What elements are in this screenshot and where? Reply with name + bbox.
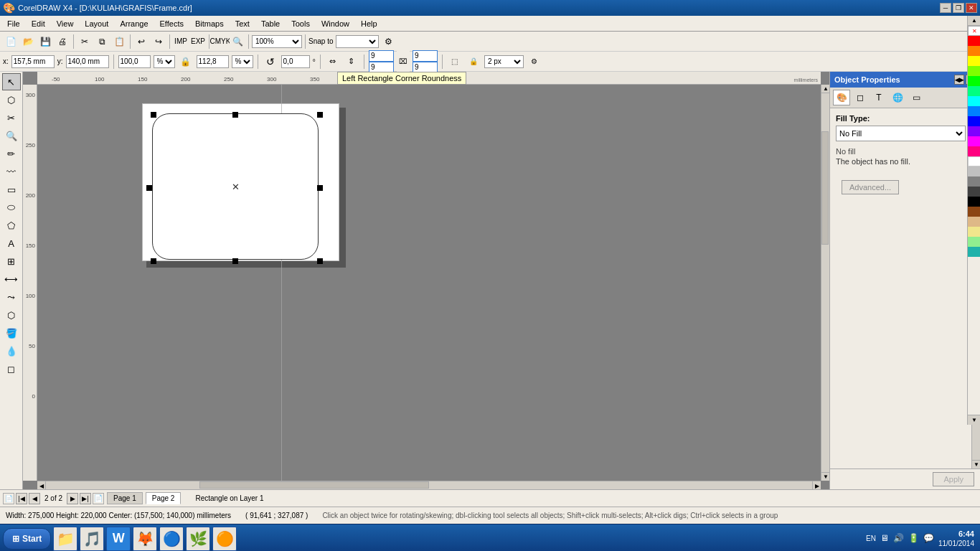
menu-help[interactable]: Help (355, 18, 383, 29)
last-page-button[interactable]: ▶| (80, 493, 91, 504)
selection-handle-tr[interactable] (317, 112, 323, 118)
scroll-down-button[interactable]: ▼ (821, 472, 829, 481)
swatch-pink[interactable] (968, 146, 980, 156)
restore-button[interactable]: ❐ (953, 3, 964, 13)
notification-icon[interactable]: 💬 (923, 533, 934, 543)
outline-lock-button[interactable]: 🔒 (466, 54, 481, 70)
fill-tool[interactable]: 🪣 (2, 324, 21, 342)
add-page-button[interactable]: 📄 (93, 493, 104, 504)
cut-button[interactable]: ✂ (77, 34, 93, 50)
fill-tab-icon[interactable]: 🎨 (833, 90, 850, 105)
ellipse-tool[interactable]: ⬭ (2, 199, 21, 216)
scroll-right-button[interactable]: ▶ (812, 481, 821, 489)
canvas-area[interactable]: -50 100 150 200 250 300 350 400 450 mill… (23, 72, 829, 489)
page2-tab[interactable]: Page 2 (146, 492, 182, 504)
swatch-magenta[interactable] (968, 136, 980, 146)
zoom-mode-button[interactable]: 🔍 (230, 34, 245, 50)
mirror-v-button[interactable]: ⇕ (344, 54, 359, 70)
text-tool[interactable]: A (2, 235, 21, 252)
taskbar-app-word[interactable]: W (106, 527, 131, 551)
taskbar-app-orange[interactable]: 🟠 (212, 527, 237, 551)
swatch-gray[interactable] (968, 176, 980, 187)
menu-effects[interactable]: Effects (154, 18, 189, 29)
advanced-button[interactable]: Advanced... (842, 180, 899, 194)
palette-scroll-up[interactable]: ▲ (968, 16, 980, 26)
selection-handle-bm[interactable] (232, 258, 238, 264)
canvas-content[interactable]: ✕ (37, 85, 821, 481)
menu-file[interactable]: File (1, 18, 26, 29)
swatch-purple[interactable] (968, 126, 980, 136)
swatch-brown[interactable] (968, 207, 980, 217)
swatch-light-gray[interactable] (968, 166, 980, 176)
scroll-left-button[interactable]: ◀ (37, 481, 46, 489)
taskbar-app-firefox[interactable]: 🦊 (133, 527, 157, 551)
outline-tool[interactable]: ◻ (2, 360, 21, 377)
volume-icon[interactable]: 🔊 (893, 533, 904, 543)
dimension-tool[interactable]: ⟷ (2, 270, 21, 288)
swatch-green[interactable] (968, 76, 980, 86)
vertical-scrollbar[interactable]: ▲ ▼ (821, 85, 829, 481)
new-button[interactable]: 📄 (3, 34, 19, 50)
snap-options-button[interactable]: ⚙ (380, 34, 396, 50)
character-tab-icon[interactable]: T (870, 90, 887, 105)
selection-handle-br[interactable] (317, 258, 323, 264)
rect-object[interactable]: ✕ (152, 113, 319, 260)
width-input[interactable] (118, 55, 151, 68)
import-button[interactable]: IMP (173, 34, 189, 50)
title-bar-controls[interactable]: ─ ❐ ✕ (940, 3, 977, 13)
taskbar-app-media[interactable]: 🎵 (80, 527, 104, 551)
menu-view[interactable]: View (51, 18, 80, 29)
rectangle-tool[interactable]: ▭ (2, 181, 21, 198)
paste-button[interactable]: 📋 (111, 34, 127, 50)
swatch-blue[interactable] (968, 116, 980, 126)
lock-aspect-button[interactable]: 🔒 (178, 54, 194, 70)
swatch-tan[interactable] (968, 217, 980, 227)
swatch-cyan-green[interactable] (968, 86, 980, 96)
polygon-tool[interactable]: ⬠ (2, 217, 21, 234)
x-coord-input[interactable] (11, 55, 55, 68)
menu-arrange[interactable]: Arrange (114, 18, 154, 29)
start-button[interactable]: ⊞ Start (3, 528, 51, 550)
rotate-ccw-button[interactable]: ↺ (263, 54, 278, 70)
menu-text[interactable]: Text (230, 18, 255, 29)
crop-tool[interactable]: ✂ (2, 109, 21, 126)
swatch-red[interactable] (968, 36, 980, 46)
swatch-dark-gray[interactable] (968, 187, 980, 197)
scroll-up-button[interactable]: ▲ (821, 85, 829, 93)
taskbar-app-explorer[interactable]: 📁 (53, 527, 77, 551)
selection-handle-tm[interactable] (232, 112, 238, 118)
taskbar-app-green[interactable]: 🌿 (186, 527, 210, 551)
taskbar-app-chrome[interactable]: 🔵 (159, 527, 184, 551)
swatch-cyan[interactable] (968, 96, 980, 106)
next-page-button[interactable]: ▶ (67, 493, 78, 504)
rotation-input[interactable] (281, 55, 310, 68)
open-button[interactable]: 📂 (20, 34, 36, 50)
selection-handle-bl[interactable] (151, 258, 156, 264)
swatch-khaki[interactable] (968, 227, 980, 237)
scroll-thumb-v[interactable] (821, 131, 829, 245)
swatch-white[interactable] (968, 156, 980, 166)
panel-expand-button[interactable]: ◀▶ (954, 75, 964, 85)
horizontal-scrollbar[interactable]: ◀ ▶ (37, 481, 821, 489)
swatch-light-green[interactable] (968, 237, 980, 247)
y-coord-input[interactable] (66, 55, 109, 68)
summary-tab-icon[interactable]: ▭ (908, 90, 925, 105)
swatch-yellow-green[interactable] (968, 66, 980, 76)
freehand-tool[interactable]: ✏ (2, 145, 21, 162)
swatch-light-blue[interactable] (968, 106, 980, 116)
fill-type-dropdown[interactable]: No Fill (836, 126, 966, 141)
swatch-teal[interactable] (968, 247, 980, 257)
corner-tr-input[interactable] (413, 50, 438, 62)
selection-tool[interactable]: ↖ (2, 73, 21, 90)
blend-tool[interactable]: ⬡ (2, 306, 21, 324)
menu-layout[interactable]: Layout (79, 18, 114, 29)
internet-tab-icon[interactable]: 🌐 (889, 90, 906, 105)
close-button[interactable]: ✕ (966, 3, 977, 13)
copy-button[interactable]: ⧉ (94, 34, 110, 50)
swatch-yellow[interactable] (968, 56, 980, 66)
save-button[interactable]: 💾 (37, 34, 53, 50)
zoom-tool[interactable]: 🔍 (2, 127, 21, 144)
outline-width-select[interactable]: 2 px (484, 55, 524, 68)
page1-tab[interactable]: Page 1 (107, 492, 143, 504)
redo-button[interactable]: ↪ (151, 34, 166, 50)
